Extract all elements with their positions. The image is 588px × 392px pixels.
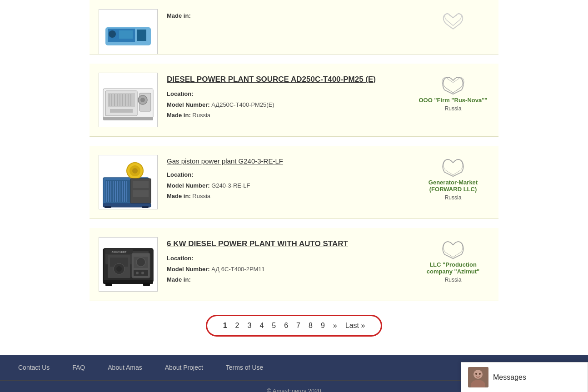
svg-point-53 [136, 258, 145, 267]
svg-rect-2 [137, 30, 146, 41]
handshake-icon-3 [439, 237, 467, 260]
svg-rect-59 [143, 283, 150, 286]
footer-terms[interactable]: Terms of Use [226, 364, 263, 371]
footer-contact-us[interactable]: Contact Us [18, 364, 50, 371]
copyright: © AmasEnergy 2020 [267, 387, 321, 392]
product-card-partial: Made in: [90, 0, 498, 55]
svg-point-36 [132, 168, 138, 174]
footer-about-project[interactable]: About Project [165, 364, 203, 371]
supplier-name-2[interactable]: Generator-Market (FORWARD LLC) [417, 179, 489, 193]
svg-point-56 [141, 272, 144, 274]
product-image-svg [101, 25, 155, 48]
page-4[interactable]: 4 [257, 321, 266, 331]
product-svg-2 [101, 155, 155, 209]
product-image-2 [99, 155, 158, 209]
supplier-country-3: Russia [417, 277, 489, 283]
product-card-2: Gas piston power plant G240-3-RE-LF Loca… [90, 146, 498, 219]
page-5[interactable]: 5 [269, 321, 278, 331]
product-image-1 [99, 73, 158, 127]
page-next[interactable]: » [331, 321, 339, 331]
supplier-name-3[interactable]: LLC "Production company "Azimut" [417, 261, 489, 275]
page-7[interactable]: 7 [294, 321, 303, 331]
supplier-info-2: Generator-Market (FORWARD LLC) Russia [417, 155, 489, 203]
product-card-1: DIESEL POWER PLANT SOURCE AD250C-T400-PM… [90, 64, 498, 137]
page-9[interactable]: 9 [319, 321, 327, 331]
product-svg-3: ARKOVERT [101, 239, 155, 289]
page-2[interactable]: 2 [233, 321, 242, 331]
svg-point-3 [109, 30, 116, 38]
messages-avatar [468, 367, 488, 387]
supplier-info-1: OOO "Firm "Rus-Nova"" Russia [417, 73, 489, 114]
footer-about-amas[interactable]: About Amas [108, 364, 142, 371]
handshake-icon-2 [439, 155, 467, 178]
supplier-info-partial [417, 9, 489, 33]
handshake-icon-partial [439, 9, 467, 32]
page-last[interactable]: Last » [343, 321, 368, 331]
svg-point-10 [140, 98, 145, 102]
supplier-name-1[interactable]: OOO "Firm "Rus-Nova"" [417, 97, 489, 104]
svg-point-63 [475, 373, 477, 375]
product-image-3: ARKOVERT [99, 237, 158, 292]
supplier-country-2: Russia [417, 194, 489, 201]
svg-rect-39 [133, 190, 149, 197]
handshake-icon-1 [439, 73, 467, 95]
page-3[interactable]: 3 [245, 321, 254, 331]
svg-point-55 [136, 272, 139, 274]
svg-point-50 [116, 266, 122, 272]
product-svg-1 [101, 75, 155, 125]
svg-text:ARKOVERT: ARKOVERT [112, 251, 127, 253]
svg-rect-41 [105, 206, 111, 208]
product-image [99, 9, 158, 55]
page-1[interactable]: 1 [221, 321, 229, 331]
messages-label: Messages [493, 373, 526, 382]
supplier-info-3: LLC "Production company "Azimut" Russia [417, 237, 489, 285]
svg-rect-38 [133, 181, 149, 188]
pagination-wrapper: 1 2 3 4 5 6 7 8 9 » Last » [206, 315, 383, 337]
svg-rect-54 [134, 270, 148, 276]
messages-widget[interactable]: Messages [461, 362, 588, 392]
page-6[interactable]: 6 [282, 321, 290, 331]
supplier-country-1: Russia [417, 105, 489, 112]
svg-rect-42 [142, 206, 149, 208]
page-8[interactable]: 8 [306, 321, 315, 331]
svg-point-64 [479, 373, 481, 375]
svg-rect-58 [105, 283, 112, 286]
pagination-container: 1 2 3 4 5 6 7 8 9 » Last » [0, 301, 588, 355]
svg-rect-12 [103, 117, 153, 120]
made-in-partial: Made in: [167, 12, 191, 19]
footer-faq[interactable]: FAQ [72, 364, 85, 371]
svg-rect-11 [110, 109, 133, 113]
avatar-image [468, 367, 488, 387]
svg-rect-4 [119, 30, 133, 39]
product-card-3: ARKOVERT 6 KW DIESEL POW [90, 228, 498, 301]
